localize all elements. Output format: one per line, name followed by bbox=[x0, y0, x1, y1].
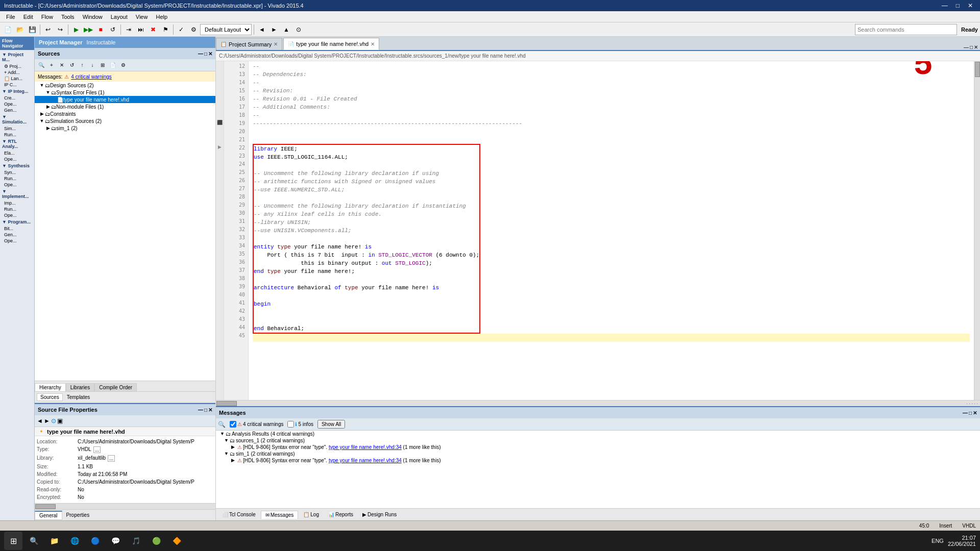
expand-constraints[interactable]: ▶ bbox=[39, 111, 45, 117]
editor-close-btn[interactable]: ✕ bbox=[974, 44, 978, 50]
editor-vscroll[interactable] bbox=[974, 61, 980, 400]
tree-item-vhd-file[interactable]: 📄 type your file name here!.vhd bbox=[35, 96, 215, 103]
sfp-close-btn[interactable]: ✕ bbox=[208, 407, 212, 413]
taskbar-chrome[interactable]: 🔵 bbox=[86, 532, 104, 550]
flow-nav-run-sim[interactable]: Run... bbox=[0, 132, 34, 138]
src-hierarchy-btn[interactable]: ⊞ bbox=[98, 61, 107, 70]
bottom-tab-log[interactable]: 📋 Log bbox=[299, 511, 323, 518]
close-button[interactable]: ✕ bbox=[965, 2, 976, 9]
sfp-hscroll[interactable] bbox=[35, 503, 215, 509]
editor-tab-vhd[interactable]: 📄 type your file name here!.vhd ✕ bbox=[283, 38, 379, 50]
flow-nav-open-hw[interactable]: Ope... bbox=[0, 238, 34, 244]
tab-vhd-close[interactable]: ✕ bbox=[371, 41, 375, 47]
sources-minimize-btn[interactable]: — bbox=[198, 51, 203, 57]
src-refresh-btn[interactable]: ↺ bbox=[67, 61, 77, 70]
menu-edit[interactable]: Edit bbox=[19, 13, 37, 21]
sub-tab-templates[interactable]: Templates bbox=[67, 394, 90, 400]
prop-type-edit-btn[interactable]: ... bbox=[93, 446, 101, 453]
src-add-btn[interactable]: + bbox=[47, 61, 56, 70]
sfp-target-btn[interactable]: ▣ bbox=[57, 417, 63, 424]
flow-nav-simulation[interactable]: ▼ Simulatio... bbox=[0, 113, 34, 126]
editor-vscroll-thumb[interactable] bbox=[975, 62, 980, 77]
taskbar-files[interactable]: 📁 bbox=[45, 532, 63, 550]
taskbar-app1[interactable]: 🎵 bbox=[127, 532, 145, 550]
save-button[interactable]: 💾 bbox=[27, 24, 38, 35]
undo-button[interactable]: ↩ bbox=[42, 24, 54, 35]
flow-nav-run-synth[interactable]: Run... bbox=[0, 176, 34, 182]
flow-nav-lang-templates[interactable]: 📋 Lan... bbox=[0, 76, 34, 82]
bottom-tab-design-runs[interactable]: ▶ Design Runs bbox=[358, 511, 401, 518]
flow-nav-synth-settings[interactable]: Syn... bbox=[0, 169, 34, 176]
config-button[interactable]: ⚙ bbox=[188, 24, 199, 35]
sources-float-btn[interactable]: □ bbox=[204, 51, 207, 57]
sfp-tab-general[interactable]: General bbox=[35, 511, 62, 520]
expand-syntax-errors[interactable]: ▼ bbox=[45, 89, 51, 95]
src-settings-btn[interactable]: ⚙ bbox=[118, 61, 128, 70]
nav3-button[interactable]: ▲ bbox=[281, 24, 292, 35]
src-up-btn[interactable]: ↑ bbox=[78, 61, 87, 70]
step2-button[interactable]: ⏭ bbox=[135, 24, 146, 35]
sub-tab-sources[interactable]: Sources bbox=[37, 393, 63, 401]
msg-close-btn[interactable]: ✕ bbox=[973, 410, 977, 416]
minimize-button[interactable]: — bbox=[939, 2, 951, 9]
sfp-select-btn[interactable]: ⊙ bbox=[51, 417, 56, 424]
tab-hierarchy[interactable]: Hierarchy bbox=[35, 383, 66, 391]
flow-nav-open-elab[interactable]: Ope... bbox=[0, 156, 34, 162]
menu-flow[interactable]: Flow bbox=[37, 13, 57, 21]
tree-item-sim-sources[interactable]: ▼ 🗂 Simulation Sources (2) bbox=[35, 117, 215, 124]
forward-button[interactable]: ► bbox=[268, 24, 280, 35]
flow-nav-project-manager[interactable]: ▼ Project M... bbox=[0, 51, 34, 63]
layout-dropdown[interactable]: Default LayoutDefault Layout bbox=[200, 24, 252, 35]
code-content[interactable]: 5 -- -- Dependencies: -- -- Revision: --… bbox=[249, 61, 974, 400]
maximize-button[interactable]: □ bbox=[953, 2, 963, 9]
sfp-tab-properties[interactable]: Properties bbox=[62, 511, 94, 519]
bottom-tab-messages[interactable]: ✉ Messages bbox=[261, 511, 299, 519]
tab-compile-order[interactable]: Compile Order bbox=[94, 383, 137, 391]
menu-view[interactable]: View bbox=[132, 13, 152, 21]
src-remove-btn[interactable]: ✕ bbox=[57, 61, 66, 70]
flow-nav-implementation[interactable]: ▼ Implement... bbox=[0, 188, 34, 200]
flow-nav-open-bd[interactable]: Ope... bbox=[0, 101, 34, 107]
msg-expand-5[interactable]: ▶ bbox=[231, 458, 236, 463]
expand-sim1[interactable]: ▶ bbox=[45, 125, 51, 131]
flow-nav-open-impl[interactable]: Ope... bbox=[0, 212, 34, 218]
taskbar-search[interactable]: 🔍 bbox=[24, 532, 43, 550]
flow-nav-elaborate[interactable]: Ela... bbox=[0, 150, 34, 156]
flow-nav-rtl[interactable]: ▼ RTL Analy... bbox=[0, 138, 34, 150]
menu-help[interactable]: Help bbox=[152, 13, 172, 21]
editor-hscroll-thumb[interactable] bbox=[216, 401, 237, 406]
sfp-forward-btn[interactable]: ► bbox=[44, 417, 50, 424]
flow-nav-synthesis[interactable]: ▼ Synthesis bbox=[0, 162, 34, 169]
check-button[interactable]: ✓ bbox=[176, 24, 187, 35]
src-down-btn[interactable]: ↓ bbox=[88, 61, 97, 70]
show-all-btn[interactable]: Show All bbox=[317, 420, 345, 429]
msg-expand-1[interactable]: ▼ bbox=[220, 431, 225, 436]
taskbar-email[interactable]: 💬 bbox=[106, 532, 125, 550]
flow-nav-gen-bit[interactable]: Gen... bbox=[0, 232, 34, 238]
sfp-back-btn[interactable]: ◄ bbox=[37, 417, 43, 424]
step-button[interactable]: ⇥ bbox=[123, 24, 134, 35]
sfp-float-btn[interactable]: □ bbox=[204, 407, 207, 413]
tree-item-constraints[interactable]: ▶ 🗂 Constraints bbox=[35, 110, 215, 117]
tab-libraries[interactable]: Libraries bbox=[66, 383, 94, 391]
mark-button[interactable]: ⚑ bbox=[160, 24, 171, 35]
msg-expand-4[interactable]: ▼ bbox=[224, 451, 229, 456]
msg-expand-3[interactable]: ▶ bbox=[231, 444, 236, 449]
tab-summary-close[interactable]: ✕ bbox=[274, 41, 278, 47]
prop-library-edit-btn[interactable]: ... bbox=[108, 455, 115, 462]
menu-layout[interactable]: Layout bbox=[107, 13, 132, 21]
menu-window[interactable]: Window bbox=[79, 13, 107, 21]
redo-button[interactable]: ↪ bbox=[55, 24, 66, 35]
msg-critical-checkbox[interactable] bbox=[230, 421, 236, 428]
expand-design-sources[interactable]: ▼ bbox=[39, 82, 45, 88]
editor-min-btn[interactable]: — bbox=[964, 44, 969, 50]
tree-item-design-sources[interactable]: ▼ 🗂 Design Sources (2) bbox=[35, 82, 215, 89]
src-search-btn[interactable]: 🔍 bbox=[37, 61, 46, 70]
flow-nav-create-bd[interactable]: Cre... bbox=[0, 95, 34, 101]
sources-close-btn[interactable]: ✕ bbox=[208, 51, 212, 57]
new-button[interactable]: 📄 bbox=[2, 24, 13, 35]
warning-count[interactable]: 4 critical warnings bbox=[71, 74, 111, 80]
editor-tab-project-summary[interactable]: 📋 Project Summary ✕ bbox=[216, 38, 282, 50]
msg-expand-2[interactable]: ▼ bbox=[224, 438, 229, 443]
msg-warning-link-1[interactable]: type your file name here!.vhd:34 bbox=[329, 444, 402, 450]
